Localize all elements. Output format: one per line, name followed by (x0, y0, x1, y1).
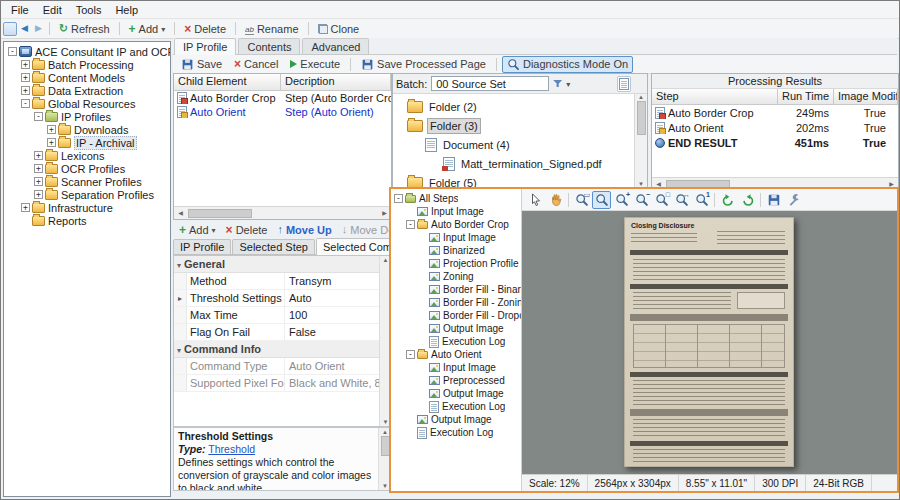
column-header-description[interactable]: Decription (281, 74, 391, 90)
table-row-auto-border-crop[interactable]: Auto Border Crop Step (Auto Border Crop) (174, 91, 391, 105)
expander[interactable]: + (34, 164, 43, 173)
property-category-general[interactable]: General (174, 256, 391, 273)
zoom-fit-page-button[interactable]: □ (652, 191, 671, 209)
property-row-threshold-settings[interactable]: Threshold SettingsAuto (174, 290, 391, 307)
save-image-button[interactable] (764, 191, 783, 209)
delete-step-button[interactable]: Delete (222, 224, 272, 236)
expander[interactable]: + (34, 151, 43, 160)
expander[interactable]: - (8, 47, 17, 56)
viewer-settings-button[interactable] (784, 191, 803, 209)
column-header-step[interactable]: Step (652, 89, 778, 104)
rotate-right-button[interactable] (738, 191, 757, 209)
tab-selected-step[interactable]: Selected Step (232, 239, 315, 254)
diag-item-zoning[interactable]: Zoning (393, 270, 521, 283)
save-processed-page-button[interactable]: Save Processed Page (356, 56, 491, 73)
tab-advanced[interactable]: Advanced (302, 38, 369, 54)
scroll-down-icon[interactable] (383, 419, 389, 425)
tree-item-scanner-profiles[interactable]: +Scanner Profiles (6, 175, 170, 188)
property-value[interactable]: 100 (285, 307, 391, 323)
menu-edit[interactable]: Edit (36, 3, 69, 17)
diag-item-output-image[interactable]: Output Image (393, 413, 521, 426)
diag-item-abc-execution-log[interactable]: Execution Log (393, 335, 521, 348)
diag-item-border-fill-zoning[interactable]: Border Fill - Zoning (393, 296, 521, 309)
tree-item-ocr-profiles[interactable]: +OCR Profiles (6, 162, 170, 175)
diag-item-all-steps[interactable]: -All Steps (393, 192, 521, 205)
zoom-region-button[interactable]: ▭ (572, 191, 591, 209)
save-button[interactable]: Save (176, 56, 227, 73)
tree-item-reports[interactable]: Reports (6, 214, 170, 227)
property-row-method[interactable]: MethodTransym (174, 273, 391, 290)
menu-tools[interactable]: Tools (69, 3, 109, 17)
diagnostics-mode-toggle[interactable]: Diagnostics Mode On (502, 56, 633, 73)
scroll-up-icon[interactable] (382, 429, 388, 435)
zoom-out-button[interactable]: − (632, 191, 651, 209)
scroll-thumb[interactable] (188, 209, 252, 218)
pointer-tool-button[interactable] (526, 191, 545, 209)
zoom-actual-size-button[interactable]: 1 (692, 191, 711, 209)
scroll-left-icon[interactable] (174, 210, 187, 216)
horizontal-scrollbar[interactable] (174, 206, 391, 219)
document-preview-page[interactable]: Closing Disclosure (624, 217, 794, 467)
scroll-thumb[interactable] (637, 101, 646, 135)
batch-folder-2[interactable]: Folder (2) (393, 97, 634, 116)
scroll-up-icon[interactable] (383, 257, 389, 263)
back-icon[interactable] (18, 23, 31, 34)
property-value[interactable]: Auto (285, 290, 391, 306)
batch-folder-5[interactable]: Folder (5) (393, 173, 634, 187)
tab-ip-profile-detail[interactable]: IP Profile (173, 239, 231, 254)
property-value[interactable]: False (285, 324, 391, 340)
tree-item-root[interactable]: -ACE Consultant IP and OCR (6, 45, 170, 58)
diag-item-binarized[interactable]: Binarized (393, 244, 521, 257)
zoom-fit-width-button[interactable]: ↔ (672, 191, 691, 209)
expander[interactable]: + (47, 138, 56, 147)
result-row-end-result[interactable]: END RESULT 451ms True (652, 135, 898, 150)
expander[interactable]: + (34, 177, 43, 186)
vertical-scrollbar[interactable] (634, 94, 647, 187)
table-row-auto-orient[interactable]: Auto Orient Step (Auto Orient) (174, 105, 391, 119)
move-up-button[interactable]: Move Up (273, 224, 335, 236)
window-nav-icon[interactable] (3, 22, 17, 36)
tree-item-separation-profiles[interactable]: +Separation Profiles (6, 188, 170, 201)
diag-item-abc-output-image[interactable]: Output Image (393, 322, 521, 335)
expander[interactable]: - (406, 220, 415, 229)
hand-tool-button[interactable] (546, 191, 565, 209)
menu-help[interactable]: Help (108, 3, 145, 17)
tree-item-lexicons[interactable]: +Lexicons (6, 149, 170, 162)
tab-ip-profile[interactable]: IP Profile (174, 38, 236, 55)
cancel-button[interactable]: Cancel (229, 56, 283, 72)
zoom-in-button[interactable]: + (612, 191, 631, 209)
diag-item-auto-border-crop[interactable]: -Auto Border Crop (393, 218, 521, 231)
expander[interactable]: + (21, 203, 30, 212)
diag-item-border-fill-dropout-mask[interactable]: Border Fill - Dropout Mask (393, 309, 521, 322)
diag-item-ao-input-image[interactable]: Input Image (393, 361, 521, 374)
clone-button[interactable]: Clone (313, 21, 365, 37)
expander[interactable]: - (21, 99, 30, 108)
diag-item-ao-execution-log[interactable]: Execution Log (393, 400, 521, 413)
tree-item-ip-archival[interactable]: +IP - Archival (6, 136, 170, 149)
add-step-button[interactable]: Add (175, 224, 220, 236)
diag-item-preprocessed[interactable]: Preprocessed (393, 374, 521, 387)
tab-contents[interactable]: Contents (238, 38, 300, 54)
expander[interactable]: + (21, 73, 30, 82)
expander[interactable]: + (21, 86, 30, 95)
diag-item-ao-output-image[interactable]: Output Image (393, 387, 521, 400)
property-category-command-info[interactable]: Command Info (174, 341, 391, 358)
result-row-auto-border-crop[interactable]: Auto Border Crop 249ms True (652, 105, 898, 120)
tree-item-downloads[interactable]: +Downloads (6, 123, 170, 136)
tree-item-batch-processing[interactable]: +Batch Processing (6, 58, 170, 71)
expander[interactable]: - (406, 350, 415, 359)
view-batch-button[interactable] (617, 76, 631, 92)
expander[interactable]: + (47, 125, 56, 134)
filter-dropdown-icon[interactable] (566, 78, 570, 89)
diag-item-execution-log[interactable]: Execution Log (393, 426, 521, 439)
tree-item-global-resources[interactable]: -Global Resources (6, 97, 170, 110)
diag-item-projection-profile[interactable]: Projection Profile (393, 257, 521, 270)
expander[interactable]: + (21, 60, 30, 69)
property-row-command-type[interactable]: Command TypeAuto Orient (174, 358, 391, 375)
expander[interactable]: - (394, 194, 403, 203)
diag-item-input-image[interactable]: Input Image (393, 205, 521, 218)
delete-button[interactable]: Delete (179, 21, 231, 37)
tree-item-content-models[interactable]: +Content Models (6, 71, 170, 84)
diag-item-abc-input-image[interactable]: Input Image (393, 231, 521, 244)
diag-item-auto-orient[interactable]: -Auto Orient (393, 348, 521, 361)
